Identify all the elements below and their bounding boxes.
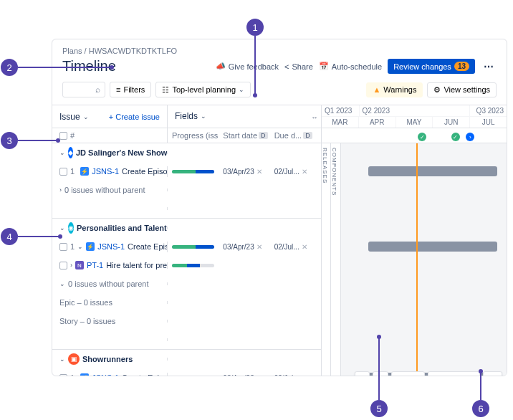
callout-2: 2 (1, 59, 18, 76)
chevron-down-icon[interactable]: ⌄ (77, 243, 83, 250)
warnings-button[interactable]: ▲ Warnings (366, 82, 423, 97)
group-header-row[interactable]: ⌄ ◉ Personalities and Talent (52, 219, 507, 237)
epic-icon: ⚡ (86, 242, 95, 251)
components-lane: COMPONENTS (331, 143, 341, 376)
review-count-badge: 13 (454, 62, 469, 71)
today-marker (416, 143, 418, 376)
clear-icon[interactable]: ✕ (256, 374, 262, 377)
breadcrumb-root[interactable]: Plans (62, 47, 82, 55)
chevron-down-icon[interactable]: ⌄ (59, 355, 65, 363)
progress-header[interactable]: Progress (issue ... (168, 131, 219, 140)
fullscreen-button[interactable]: ⤢ (483, 371, 502, 376)
issue-row[interactable]: 1 ⚡ JSNS-1 Create Episode One 03/Apr/23✕… (52, 162, 507, 181)
month-label: JUL (469, 117, 507, 128)
issue-row[interactable]: 1 ⌄ ⚡ JSNS-1 Create Episode One 03/Apr/2… (52, 237, 507, 256)
status-dot-blue[interactable]: › (466, 133, 474, 141)
story-icon: N (75, 261, 84, 269)
callout-5: 5 (370, 400, 388, 417)
category-row: Epic – 0 issues (52, 293, 507, 312)
issue-summary: Create Episode One (122, 373, 167, 376)
clear-icon[interactable]: ✕ (302, 374, 307, 377)
zoom-dropdown[interactable]: Quarters ⌄ (428, 371, 480, 376)
start-date[interactable]: 03/Apr/23 (223, 243, 254, 251)
chevron-down-icon[interactable]: ⌄ (59, 224, 65, 232)
search-input[interactable]: ⌕ (62, 82, 105, 97)
planning-dropdown[interactable]: ☷ Top-level planning ⌄ (155, 82, 251, 97)
callout-3: 3 (1, 132, 18, 149)
issue-row[interactable]: › N PT-1 Hire talent for pre... (52, 256, 507, 275)
expand-icon: ⤢ (489, 374, 496, 376)
view-settings-button[interactable]: ⚙ View settings (427, 82, 497, 97)
select-all-checkbox[interactable] (59, 132, 67, 140)
chevron-right-icon[interactable]: › (70, 262, 72, 269)
chevron-down-icon[interactable]: ⌄ (59, 149, 65, 156)
resize-handle[interactable]: ↔ (311, 113, 318, 120)
next-button[interactable]: › (373, 371, 388, 376)
chevron-down-icon[interactable]: ⌄ (59, 280, 65, 287)
row-checkbox[interactable] (59, 168, 67, 176)
issue-summary: Hire talent for pre... (106, 261, 167, 269)
due-date[interactable]: 02/Jul... (274, 168, 299, 176)
calendar-icon: 📅 (319, 62, 329, 71)
no-parent-row[interactable]: ›0 issues without parent (52, 181, 507, 199)
today-button[interactable]: Today (391, 371, 425, 376)
month-label: APR (358, 117, 395, 128)
clear-icon[interactable]: ✕ (302, 168, 307, 176)
chevron-right-icon[interactable]: › (59, 186, 62, 194)
filters-button[interactable]: ≡ Filters (110, 82, 151, 97)
start-date[interactable]: 03/Apr/23 (223, 168, 254, 176)
group-header-row[interactable]: ⌄ ▣ Showrunners (52, 350, 507, 368)
clear-icon[interactable]: ✕ (302, 243, 307, 251)
issue-key[interactable]: JSNS-1 (92, 373, 119, 376)
row-checkbox[interactable] (59, 243, 67, 251)
share-icon: < (284, 62, 289, 71)
group-title: Showrunners (82, 355, 133, 363)
due-date[interactable]: 02/Jul... (274, 374, 299, 377)
issue-column-label[interactable]: Issue (59, 112, 80, 122)
start-date[interactable]: 03/Apr/23 (223, 374, 254, 377)
timeline-bar[interactable] (368, 166, 498, 176)
project-avatar: ◉ (68, 222, 74, 234)
share-button[interactable]: < Share (284, 62, 313, 71)
epic-icon: ⚡ (80, 167, 89, 176)
review-changes-button[interactable]: Review changes 13 (388, 59, 475, 74)
status-dot-green[interactable]: ✓ (418, 133, 426, 141)
header: Plans / HWSACWDTKDTKTLFO Timeline 📣 Give… (52, 39, 507, 82)
project-avatar: ◆ (68, 147, 73, 158)
field-subheader: # Progress (issue ... Start dateD Due d.… (52, 128, 507, 143)
group-header-row[interactable]: ⌄ ◆ JD Salinger's New Show (52, 143, 507, 162)
project-avatar: ▣ (68, 353, 80, 365)
issue-key[interactable]: JSNS-1 (92, 167, 119, 176)
due-date-header[interactable]: Due d...D (270, 131, 321, 140)
quarter-label: Q2 2023 (359, 105, 470, 116)
clear-icon[interactable]: ✕ (256, 168, 262, 176)
timeline-bar[interactable] (368, 242, 498, 252)
status-dot-green[interactable]: ✓ (451, 133, 460, 141)
hash-label: # (70, 131, 75, 140)
start-date-header[interactable]: Start dateD (219, 131, 269, 140)
row-checkbox[interactable] (59, 374, 67, 377)
hierarchy-icon: ☷ (162, 85, 169, 95)
fields-column-label[interactable]: Fields (175, 111, 198, 121)
issue-key[interactable]: JSNS-1 (97, 242, 125, 251)
clear-icon[interactable]: ✕ (256, 243, 262, 251)
more-menu-button[interactable]: ⋯ (481, 59, 497, 74)
month-label: MAR (322, 117, 358, 128)
chevron-down-icon: ⌄ (239, 86, 244, 93)
megaphone-icon: 📣 (216, 62, 226, 71)
prev-button[interactable]: ‹ (355, 371, 370, 376)
month-label: JUN (432, 117, 469, 128)
auto-schedule-button[interactable]: 📅 Auto-schedule (319, 62, 382, 71)
give-feedback-button[interactable]: 📣 Give feedback (216, 62, 279, 71)
due-date[interactable]: 02/Jul... (274, 243, 299, 251)
row-checkbox[interactable] (59, 262, 67, 269)
timeline-header: Q1 2023 Q2 2023 Q3 2023 MAR APR MAY JUN … (321, 105, 507, 128)
issue-key[interactable]: PT-1 (87, 261, 103, 269)
callout-4: 4 (1, 228, 18, 245)
category-row: Story – 0 issues (52, 312, 507, 330)
create-issue-button[interactable]: + Create issue (109, 113, 160, 121)
no-parent-row[interactable]: ⌄0 issues without parent (52, 275, 507, 293)
breadcrumb-item[interactable]: HWSACWDTKDTKTLFO (89, 47, 177, 55)
header-actions: 📣 Give feedback < Share 📅 Auto-schedule … (216, 59, 497, 74)
plus-icon: + (109, 113, 115, 121)
